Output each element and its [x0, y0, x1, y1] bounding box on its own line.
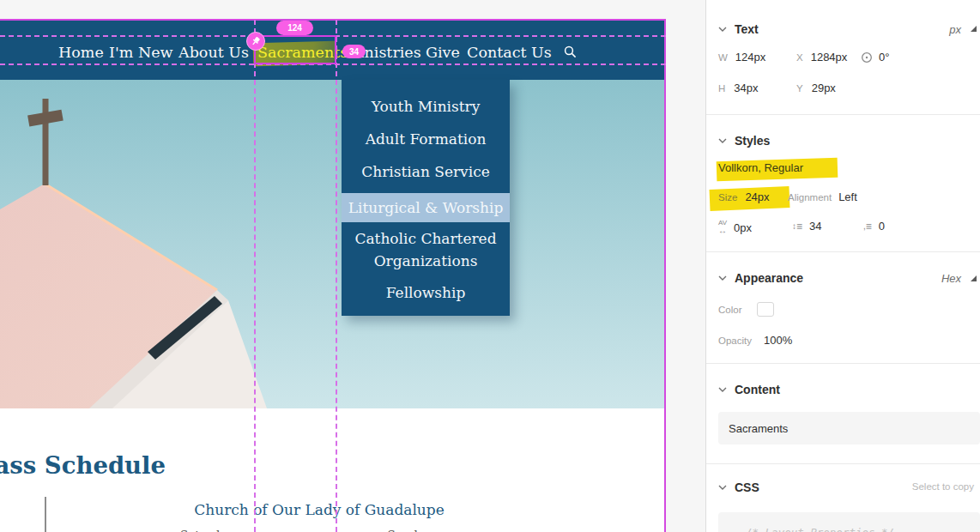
- menu-item-fellowship[interactable]: Fellowship: [342, 275, 510, 310]
- width-value[interactable]: 124px: [735, 51, 765, 63]
- menu-item-christian-service[interactable]: Christian Service: [342, 155, 510, 188]
- paragraph-spacing-value[interactable]: 0: [879, 220, 885, 233]
- nav-link-im-new[interactable]: I'm New: [109, 43, 173, 62]
- chevron-down-icon: [718, 387, 727, 392]
- alignment-value[interactable]: Left: [838, 190, 857, 203]
- color-swatch[interactable]: [757, 302, 774, 317]
- nav-link-about-us[interactable]: About Us: [178, 43, 249, 62]
- css-snippet-box[interactable]: /* Layout Properties */: [718, 512, 980, 532]
- select-to-copy-hint: Select to copy: [912, 481, 974, 492]
- height-field[interactable]: H 34px: [718, 82, 759, 94]
- rotation-field[interactable]: 0°: [861, 51, 889, 63]
- width-label: W: [718, 52, 728, 63]
- line-height-value[interactable]: 34: [809, 220, 821, 233]
- alignment-label: Alignment: [788, 192, 832, 203]
- selection-border-right: [664, 19, 666, 532]
- guide-line-vertical-right: [336, 20, 337, 532]
- spacing-badge-34: 34: [342, 45, 366, 58]
- search-icon[interactable]: [564, 45, 577, 58]
- nav-link-contact-us[interactable]: Contact Us: [467, 43, 552, 62]
- sacraments-dropdown-menu: Youth Ministry Adult Formation Christian…: [342, 80, 510, 316]
- section-header-appearance[interactable]: Appearance: [718, 271, 803, 285]
- selection-box-sacraments[interactable]: [254, 35, 336, 64]
- x-label: X: [796, 52, 803, 63]
- section-title-appearance: Appearance: [735, 271, 803, 285]
- rotation-icon: [861, 51, 873, 63]
- alignment-field[interactable]: Alignment Left: [788, 190, 857, 203]
- line-height-field[interactable]: ↕≡ 34: [792, 220, 821, 233]
- color-label: Color: [718, 305, 741, 315]
- menu-item-liturgical-worship[interactable]: Liturgical & Worship: [342, 193, 510, 222]
- y-value[interactable]: 29px: [812, 82, 836, 94]
- font-size-label: Size: [718, 192, 737, 203]
- section-divider: [706, 363, 980, 364]
- section-title-styles: Styles: [735, 134, 770, 148]
- menu-item-youth-ministry[interactable]: Youth Ministry: [342, 90, 510, 123]
- content-text-field[interactable]: Sacraments: [718, 412, 980, 444]
- chevron-down-icon: [718, 485, 727, 490]
- schedule-divider-line: [45, 497, 46, 532]
- font-family-field[interactable]: Vollkorn, Regular: [718, 161, 803, 174]
- font-family-value[interactable]: Vollkorn, Regular: [718, 161, 803, 174]
- y-label: Y: [796, 83, 803, 94]
- chevron-down-icon: [718, 138, 727, 143]
- section-header-styles[interactable]: Styles: [718, 134, 770, 148]
- section-title-css: CSS: [735, 481, 759, 494]
- guide-line-vertical-left: [254, 20, 256, 532]
- font-size-field[interactable]: Size 24px: [718, 190, 770, 203]
- mass-schedule-heading: Mass Schedule: [0, 451, 166, 479]
- unit-px[interactable]: px: [949, 23, 961, 36]
- hero-church-photo: [0, 80, 666, 408]
- section-divider: [706, 251, 980, 252]
- pin-icon[interactable]: [246, 32, 265, 51]
- unit-hex[interactable]: Hex: [941, 272, 961, 285]
- schedule-day-sunday: Sunday: [349, 528, 469, 532]
- spacing-badge-124: 124: [276, 21, 313, 35]
- color-field[interactable]: Color: [718, 302, 774, 317]
- x-field[interactable]: X 1284px: [796, 51, 847, 63]
- x-value[interactable]: 1284px: [811, 51, 848, 63]
- rotation-value[interactable]: 0°: [879, 51, 889, 63]
- line-height-icon: ↕≡: [792, 221, 802, 232]
- css-snippet-text[interactable]: /* Layout Properties */: [746, 526, 894, 532]
- selection-border-top: [0, 19, 666, 21]
- paragraph-spacing-icon: ,≡: [863, 221, 872, 232]
- unit-disclosure-icon[interactable]: [971, 275, 977, 281]
- section-divider: [706, 463, 980, 464]
- letter-spacing-value[interactable]: 0px: [734, 221, 752, 234]
- opacity-label: Opacity: [718, 336, 752, 346]
- width-field[interactable]: W 124px: [718, 51, 765, 63]
- section-header-css[interactable]: CSS: [718, 481, 759, 494]
- section-title-content: Content: [735, 383, 780, 396]
- cross-pole: [43, 99, 49, 185]
- chevron-down-icon: [718, 275, 727, 281]
- section-divider: [706, 114, 980, 115]
- nav-link-home[interactable]: Home: [58, 43, 104, 62]
- section-header-content[interactable]: Content: [718, 383, 780, 396]
- opacity-field[interactable]: Opacity 100%: [718, 334, 792, 347]
- design-tool-window: Home I'm New About Us Sacraments Ministr…: [0, 0, 980, 532]
- y-field[interactable]: Y 29px: [796, 82, 836, 94]
- chevron-down-icon: [718, 27, 727, 32]
- unit-disclosure-icon[interactable]: [971, 26, 977, 32]
- nav-link-give[interactable]: Give: [426, 43, 460, 62]
- letter-spacing-field[interactable]: AV↔ 0px: [718, 220, 752, 235]
- content-value[interactable]: Sacraments: [729, 422, 788, 435]
- church-name: Church of Our Lady of Guadalupe: [191, 501, 448, 518]
- height-label: H: [718, 83, 725, 94]
- font-size-value[interactable]: 24px: [745, 190, 769, 203]
- schedule-day-saturday: Saturday: [147, 528, 267, 532]
- properties-panel: Text px W 124px X 1284px 0° H 34px Y 29p…: [706, 0, 980, 532]
- paragraph-spacing-field[interactable]: ,≡ 0: [863, 220, 885, 233]
- menu-item-catholic-chartered-organizations[interactable]: Catholic Chartered Organizations: [342, 222, 510, 275]
- menu-item-adult-formation[interactable]: Adult Formation: [342, 123, 510, 155]
- height-value[interactable]: 34px: [734, 82, 758, 94]
- section-title-text: Text: [735, 22, 759, 36]
- opacity-value[interactable]: 100%: [764, 334, 792, 347]
- section-header-text[interactable]: Text: [718, 22, 759, 36]
- artboard-church-homepage: Home I'm New About Us Sacraments Ministr…: [0, 20, 666, 532]
- letter-spacing-icon: AV↔: [718, 220, 727, 235]
